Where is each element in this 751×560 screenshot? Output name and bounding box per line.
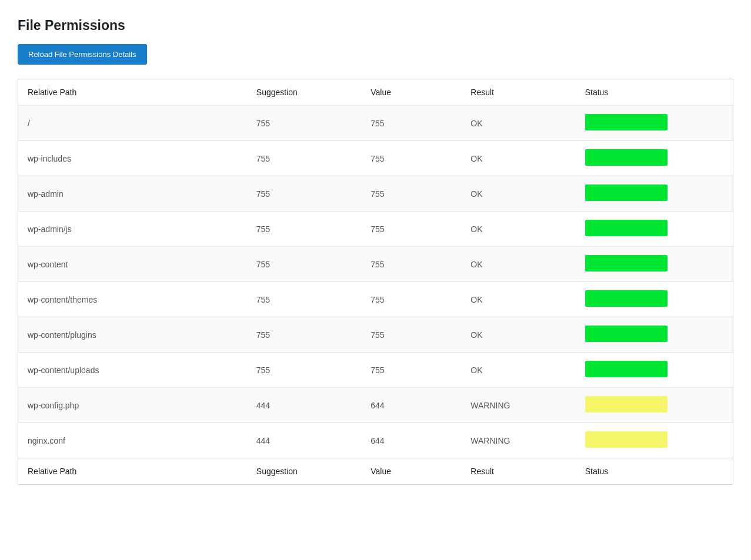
table-row: wp-admin/js755755OK [18,212,733,247]
cell-value: 755 [361,282,461,317]
cell-suggestion: 755 [247,317,361,353]
cell-suggestion: 755 [247,212,361,247]
permissions-table: Relative Path Suggestion Value Result St… [18,79,733,484]
footer-suggestion: Suggestion [247,458,361,485]
cell-path: wp-content/uploads [18,353,247,388]
table-row: wp-content/plugins755755OK [18,317,733,353]
footer-result: Result [461,458,575,485]
reload-button[interactable]: Reload File Permissions Details [18,44,147,65]
cell-path: wp-config.php [18,388,247,423]
status-badge [585,290,667,307]
cell-path: / [18,106,247,141]
cell-result: WARNING [461,423,575,458]
table-row: /755755OK [18,106,733,141]
cell-status [576,176,733,212]
status-badge [585,431,667,448]
cell-path: wp-includes [18,141,247,176]
cell-suggestion: 755 [247,353,361,388]
cell-result: OK [461,282,575,317]
cell-status [576,353,733,388]
cell-value: 755 [361,212,461,247]
table-footer-row: Relative Path Suggestion Value Result St… [18,458,733,485]
cell-status [576,282,733,317]
header-suggestion: Suggestion [247,79,361,106]
status-badge [585,149,667,166]
cell-result: OK [461,141,575,176]
footer-path: Relative Path [18,458,247,485]
table-row: wp-config.php444644WARNING [18,388,733,423]
cell-suggestion: 444 [247,388,361,423]
status-badge [585,220,667,236]
cell-result: OK [461,212,575,247]
table-row: nginx.conf444644WARNING [18,423,733,458]
table-row: wp-content755755OK [18,247,733,282]
table-header-row: Relative Path Suggestion Value Result St… [18,79,733,106]
table-row: wp-admin755755OK [18,176,733,212]
status-badge [585,255,667,271]
cell-result: OK [461,317,575,353]
cell-value: 755 [361,176,461,212]
status-badge [585,185,667,201]
cell-result: OK [461,176,575,212]
cell-status [576,317,733,353]
cell-path: wp-content/plugins [18,317,247,353]
cell-value: 755 [361,247,461,282]
table-row: wp-includes755755OK [18,141,733,176]
cell-value: 644 [361,423,461,458]
header-status: Status [576,79,733,106]
header-result: Result [461,79,575,106]
cell-suggestion: 755 [247,176,361,212]
status-badge [585,396,667,413]
cell-status [576,388,733,423]
cell-status [576,247,733,282]
cell-result: WARNING [461,388,575,423]
table-row: wp-content/uploads755755OK [18,353,733,388]
permissions-table-container: Relative Path Suggestion Value Result St… [18,79,733,485]
cell-path: wp-admin [18,176,247,212]
cell-suggestion: 444 [247,423,361,458]
cell-suggestion: 755 [247,141,361,176]
cell-status [576,212,733,247]
footer-value: Value [361,458,461,485]
page-title: File Permissions [18,18,733,33]
cell-status [576,106,733,141]
cell-value: 755 [361,141,461,176]
cell-value: 755 [361,317,461,353]
cell-result: OK [461,247,575,282]
cell-result: OK [461,353,575,388]
cell-result: OK [461,106,575,141]
cell-suggestion: 755 [247,247,361,282]
cell-value: 644 [361,388,461,423]
status-badge [585,361,667,377]
cell-suggestion: 755 [247,282,361,317]
cell-path: wp-content/themes [18,282,247,317]
cell-status [576,141,733,176]
status-badge [585,114,667,130]
cell-path: wp-admin/js [18,212,247,247]
cell-path: nginx.conf [18,423,247,458]
header-path: Relative Path [18,79,247,106]
header-value: Value [361,79,461,106]
cell-value: 755 [361,353,461,388]
table-body: /755755OKwp-includes755755OKwp-admin7557… [18,106,733,458]
cell-status [576,423,733,458]
cell-value: 755 [361,106,461,141]
status-badge [585,326,667,342]
footer-status: Status [576,458,733,485]
cell-suggestion: 755 [247,106,361,141]
cell-path: wp-content [18,247,247,282]
table-row: wp-content/themes755755OK [18,282,733,317]
